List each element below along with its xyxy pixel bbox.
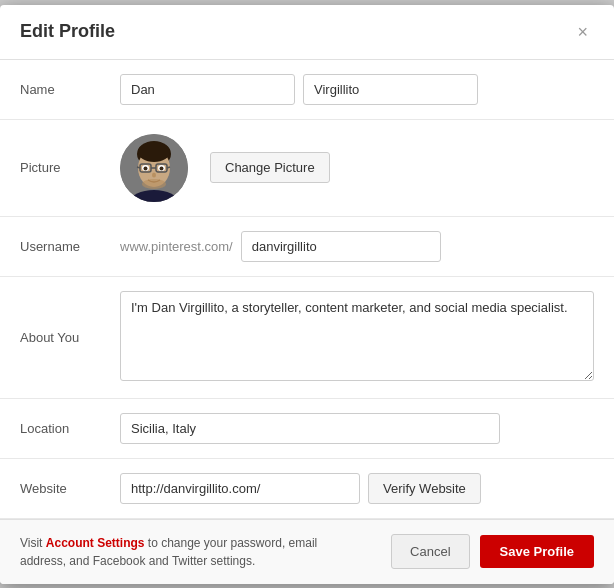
name-label: Name xyxy=(20,82,120,97)
username-label: Username xyxy=(20,239,120,254)
svg-point-12 xyxy=(160,166,164,170)
website-content: Verify Website xyxy=(120,473,594,504)
footer-buttons: Cancel Save Profile xyxy=(391,534,594,569)
modal-title: Edit Profile xyxy=(20,21,115,42)
account-settings-link[interactable]: Account Settings xyxy=(46,536,145,550)
svg-point-14 xyxy=(142,179,166,189)
modal-footer: Visit Account Settings to change your pa… xyxy=(0,519,614,584)
last-name-input[interactable] xyxy=(303,74,478,105)
name-fields xyxy=(120,74,594,105)
about-content: I'm Dan Virgillito, a storyteller, conte… xyxy=(120,291,594,384)
close-button[interactable]: × xyxy=(571,21,594,43)
picture-row: Picture xyxy=(0,120,614,217)
save-profile-button[interactable]: Save Profile xyxy=(480,535,594,568)
svg-line-8 xyxy=(167,167,170,168)
website-label: Website xyxy=(20,481,120,496)
picture-label: Picture xyxy=(20,160,120,175)
username-prefix: www.pinterest.com/ xyxy=(120,239,233,254)
location-label: Location xyxy=(20,421,120,436)
website-row: Website Verify Website xyxy=(0,459,614,519)
svg-point-13 xyxy=(152,172,156,177)
first-name-input[interactable] xyxy=(120,74,295,105)
username-row: Username www.pinterest.com/ xyxy=(0,217,614,277)
about-textarea[interactable]: I'm Dan Virgillito, a storyteller, conte… xyxy=(120,291,594,381)
location-input[interactable] xyxy=(120,413,500,444)
cancel-button[interactable]: Cancel xyxy=(391,534,469,569)
svg-point-3 xyxy=(138,142,170,162)
svg-line-7 xyxy=(137,167,140,168)
modal-header: Edit Profile × xyxy=(0,5,614,60)
picture-content: Change Picture xyxy=(120,134,594,202)
location-content xyxy=(120,413,594,444)
about-label: About You xyxy=(20,330,120,345)
avatar xyxy=(120,134,188,202)
username-content: www.pinterest.com/ xyxy=(120,231,594,262)
edit-profile-modal: Edit Profile × Name Picture xyxy=(0,5,614,584)
location-row: Location xyxy=(0,399,614,459)
verify-website-button[interactable]: Verify Website xyxy=(368,473,481,504)
svg-point-10 xyxy=(144,166,148,170)
footer-visit-text: Visit xyxy=(20,536,46,550)
username-input[interactable] xyxy=(241,231,441,262)
footer-text: Visit Account Settings to change your pa… xyxy=(20,534,360,570)
about-row: About You I'm Dan Virgillito, a storytel… xyxy=(0,277,614,399)
avatar-image xyxy=(120,134,188,202)
website-input[interactable] xyxy=(120,473,360,504)
change-picture-button[interactable]: Change Picture xyxy=(210,152,330,183)
name-row: Name xyxy=(0,60,614,120)
